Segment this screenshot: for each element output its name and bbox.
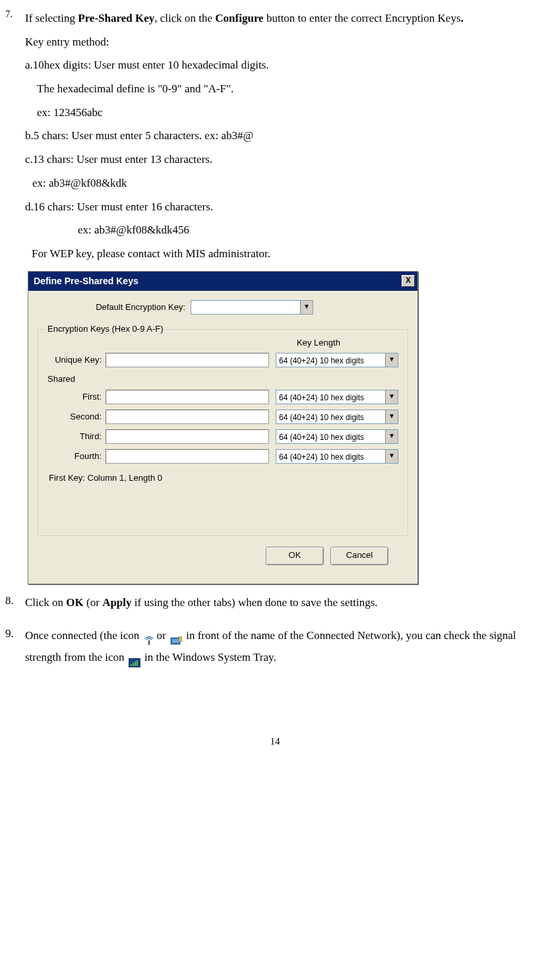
third-key-input[interactable]: [106, 429, 269, 444]
step9-a: Once connected (the icon: [25, 629, 139, 642]
chevron-down-icon: ▼: [385, 450, 398, 463]
step7-mid: , click on the: [154, 12, 212, 24]
dialog-title: Define Pre-Shared Keys: [34, 274, 138, 288]
status-line: First Key: Column 1, Length 0: [49, 472, 401, 485]
close-button[interactable]: X: [402, 275, 415, 287]
psk-bold: Pre-Shared Key: [78, 12, 154, 24]
unique-key-length-combo[interactable]: 64 (40+24) 10 hex digits ▼: [276, 353, 398, 367]
unique-key-input[interactable]: [106, 353, 269, 367]
default-enc-value: [191, 301, 300, 314]
first-key-length-combo[interactable]: 64 (40+24) 10 hex digits ▼: [276, 390, 398, 404]
svg-rect-0: [148, 640, 150, 645]
fieldset-legend: Encryption Keys (Hex 0-9 A-F): [45, 322, 166, 336]
chevron-down-icon: ▼: [385, 430, 398, 443]
connected-monitor-icon: [170, 632, 182, 641]
fourth-key-length-combo[interactable]: 64 (40+24) 10 hex digits ▼: [276, 449, 398, 464]
third-key-length-value: 64 (40+24) 10 hex digits: [276, 430, 385, 443]
key-length-header: Key Length: [236, 336, 401, 350]
svg-rect-8: [137, 660, 138, 666]
enc-keys-fieldset: Encryption Keys (Hex 0-9 A-F) Key Length…: [38, 329, 408, 537]
svg-rect-7: [135, 661, 136, 666]
configure-bold: Configure: [215, 12, 263, 24]
dialog-titlebar: Define Pre-Shared Keys X: [28, 272, 417, 291]
chevron-down-icon: ▼: [385, 353, 398, 367]
preshared-keys-dialog: Define Pre-Shared Keys X Default Encrypt…: [28, 271, 418, 585]
list-number-8: 8.: [5, 592, 24, 613]
opt-b: b.5 chars: User must enter 5 characters.…: [25, 129, 253, 142]
chevron-down-icon: ▼: [300, 301, 313, 314]
list-number-7: 7.: [5, 7, 24, 266]
first-key-length-value: 64 (40+24) 10 hex digits: [276, 390, 385, 404]
opt-d-ex: ex: ab3#@kf08&kdk456: [25, 224, 189, 236]
svg-rect-5: [131, 664, 132, 666]
chevron-down-icon: ▼: [385, 410, 398, 423]
third-label: Third:: [45, 430, 106, 443]
step8-mid: (or: [86, 596, 100, 609]
second-key-length-combo[interactable]: 64 (40+24) 10 hex digits ▼: [276, 410, 398, 424]
second-key-length-value: 64 (40+24) 10 hex digits: [276, 410, 385, 423]
signal-tray-icon: [129, 654, 140, 663]
shared-label: Shared: [47, 373, 401, 386]
second-label: Second:: [45, 410, 106, 423]
svg-rect-6: [133, 663, 134, 666]
fourth-key-length-value: 64 (40+24) 10 hex digits: [276, 450, 385, 463]
opt-c-ex: ex: ab3#@kf08&kdk: [25, 177, 127, 189]
close-icon: X: [406, 276, 411, 285]
cancel-button-label: Cancel: [346, 550, 373, 560]
step7-period: .: [461, 12, 464, 24]
first-key-input[interactable]: [106, 390, 269, 404]
step9-b: or: [156, 629, 166, 642]
opt-c: c.13 chars: User must enter 13 character…: [25, 153, 212, 166]
step7-after: button to enter the correct Encryption K…: [266, 12, 461, 24]
svg-rect-3: [179, 636, 182, 642]
second-key-input[interactable]: [106, 410, 269, 424]
fourth-key-input[interactable]: [106, 449, 269, 464]
opt-d: d.16 chars: User must enter 16 character…: [25, 200, 213, 213]
opt-a-line3: ex: 123456abc: [25, 106, 103, 119]
opt-a-line2: The hexadecimal define is "0-9" and "A-F…: [25, 82, 233, 95]
default-enc-combo[interactable]: ▼: [191, 300, 313, 315]
page-number: 14: [0, 734, 550, 761]
svg-rect-2: [172, 639, 179, 643]
chevron-down-icon: ▼: [385, 390, 398, 404]
step7-text: If selecting: [25, 12, 75, 24]
step8-ok: OK: [66, 596, 83, 609]
ok-button[interactable]: OK: [266, 547, 324, 565]
fourth-label: Fourth:: [45, 450, 106, 463]
ok-button-label: OK: [289, 550, 301, 560]
opt-a: a.10hex digits: User must enter 10 hexad…: [25, 59, 269, 71]
wep-note: For WEP key, please contact with MIS adm…: [25, 247, 270, 260]
first-label: First:: [45, 390, 106, 404]
step8-apply: Apply: [102, 596, 131, 609]
step9-d: in the Windows System Tray.: [144, 651, 276, 663]
cancel-button[interactable]: Cancel: [330, 547, 388, 565]
step8-after: if using the other tabs) when done to sa…: [135, 596, 378, 609]
step8-before: Click on: [25, 596, 63, 609]
key-entry-label: Key entry method:: [25, 36, 109, 48]
list-number-9: 9.: [5, 625, 24, 668]
default-enc-label: Default Encryption Key:: [38, 301, 191, 314]
unique-key-label: Unique Key:: [45, 353, 106, 367]
unique-key-length-value: 64 (40+24) 10 hex digits: [276, 353, 385, 367]
third-key-length-combo[interactable]: 64 (40+24) 10 hex digits ▼: [276, 429, 398, 444]
connected-antenna-icon: [143, 632, 155, 641]
